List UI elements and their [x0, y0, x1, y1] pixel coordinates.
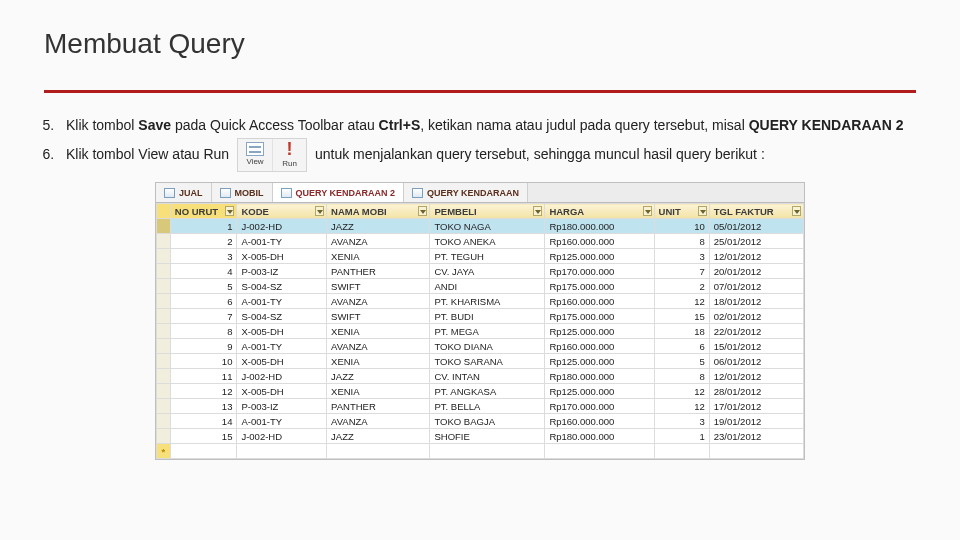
chevron-down-icon[interactable] [315, 206, 324, 216]
table-row[interactable]: 2A-001-TYAVANZATOKO ANEKARp160.000.00082… [157, 234, 804, 249]
cell[interactable]: 15/01/2012 [709, 339, 803, 354]
cell[interactable]: PANTHER [327, 399, 430, 414]
cell[interactable]: TOKO NAGA [430, 219, 545, 234]
table-row[interactable]: 8X-005-DHXENIAPT. MEGARp125.000.0001822/… [157, 324, 804, 339]
cell[interactable]: 1 [170, 219, 237, 234]
chevron-down-icon[interactable] [225, 206, 234, 216]
cell[interactable]: J-002-HD [237, 219, 327, 234]
cell[interactable]: 5 [654, 354, 709, 369]
cell[interactable]: 28/01/2012 [709, 384, 803, 399]
cell[interactable]: S-004-SZ [237, 279, 327, 294]
row-selector[interactable] [157, 399, 171, 414]
cell[interactable]: 12 [170, 384, 237, 399]
column-header[interactable]: UNIT [654, 204, 709, 219]
object-tab[interactable]: MOBIL [212, 183, 273, 202]
cell[interactable]: 7 [654, 264, 709, 279]
cell[interactable] [545, 444, 654, 459]
cell[interactable]: Rp180.000.000 [545, 369, 654, 384]
cell[interactable]: JAZZ [327, 219, 430, 234]
cell[interactable]: Rp175.000.000 [545, 309, 654, 324]
cell[interactable]: AVANZA [327, 339, 430, 354]
cell[interactable]: 19/01/2012 [709, 414, 803, 429]
cell[interactable]: SHOFIE [430, 429, 545, 444]
cell[interactable]: TOKO BAGJA [430, 414, 545, 429]
cell[interactable]: JAZZ [327, 429, 430, 444]
cell[interactable]: Rp125.000.000 [545, 324, 654, 339]
cell[interactable]: P-003-IZ [237, 264, 327, 279]
cell[interactable]: 8 [170, 324, 237, 339]
cell[interactable]: 7 [170, 309, 237, 324]
cell[interactable]: 1 [654, 429, 709, 444]
column-header[interactable]: TGL FAKTUR [709, 204, 803, 219]
row-selector[interactable] [157, 354, 171, 369]
cell[interactable]: TOKO ANEKA [430, 234, 545, 249]
table-row[interactable]: 1J-002-HDJAZZTOKO NAGARp180.000.0001005/… [157, 219, 804, 234]
cell[interactable]: PT. ANGKASA [430, 384, 545, 399]
cell[interactable]: 07/01/2012 [709, 279, 803, 294]
column-header[interactable]: KODE [237, 204, 327, 219]
row-selector[interactable] [157, 369, 171, 384]
chevron-down-icon[interactable] [418, 206, 427, 216]
cell[interactable]: 20/01/2012 [709, 264, 803, 279]
cell[interactable]: PANTHER [327, 264, 430, 279]
cell[interactable]: PT. TEGUH [430, 249, 545, 264]
cell[interactable]: 3 [654, 414, 709, 429]
chevron-down-icon[interactable] [643, 206, 652, 216]
cell[interactable]: X-005-DH [237, 384, 327, 399]
cell[interactable]: 2 [654, 279, 709, 294]
cell[interactable]: PT. BUDI [430, 309, 545, 324]
cell[interactable]: Rp180.000.000 [545, 429, 654, 444]
cell[interactable]: 12 [654, 294, 709, 309]
cell[interactable]: AVANZA [327, 234, 430, 249]
cell[interactable]: Rp160.000.000 [545, 339, 654, 354]
cell[interactable]: 23/01/2012 [709, 429, 803, 444]
cell[interactable]: Rp125.000.000 [545, 384, 654, 399]
chevron-down-icon[interactable] [792, 206, 801, 216]
cell[interactable]: XENIA [327, 354, 430, 369]
table-row[interactable]: 4P-003-IZPANTHERCV. JAYARp170.000.000720… [157, 264, 804, 279]
cell[interactable]: A-001-TY [237, 294, 327, 309]
table-row[interactable]: 14A-001-TYAVANZATOKO BAGJARp160.000.0003… [157, 414, 804, 429]
cell[interactable] [654, 444, 709, 459]
cell[interactable]: 06/01/2012 [709, 354, 803, 369]
cell[interactable]: S-004-SZ [237, 309, 327, 324]
cell[interactable]: TOKO SARANA [430, 354, 545, 369]
cell[interactable]: TOKO DIANA [430, 339, 545, 354]
cell[interactable]: 9 [170, 339, 237, 354]
row-selector[interactable] [157, 294, 171, 309]
table-row[interactable]: 5S-004-SZSWIFTANDIRp175.000.000207/01/20… [157, 279, 804, 294]
row-selector[interactable] [157, 234, 171, 249]
row-selector[interactable] [157, 414, 171, 429]
row-selector[interactable] [157, 429, 171, 444]
cell[interactable]: Rp125.000.000 [545, 354, 654, 369]
new-record-selector[interactable] [157, 444, 171, 459]
cell[interactable]: A-001-TY [237, 339, 327, 354]
cell[interactable]: 18/01/2012 [709, 294, 803, 309]
row-selector[interactable] [157, 219, 171, 234]
chevron-down-icon[interactable] [698, 206, 707, 216]
column-header[interactable]: PEMBELI [430, 204, 545, 219]
cell[interactable]: 10 [654, 219, 709, 234]
cell[interactable]: 8 [654, 234, 709, 249]
column-header[interactable]: HARGA [545, 204, 654, 219]
cell[interactable]: 02/01/2012 [709, 309, 803, 324]
cell[interactable]: CV. JAYA [430, 264, 545, 279]
table-row[interactable]: 15J-002-HDJAZZSHOFIERp180.000.000123/01/… [157, 429, 804, 444]
cell[interactable]: 05/01/2012 [709, 219, 803, 234]
cell[interactable]: PT. MEGA [430, 324, 545, 339]
cell[interactable] [430, 444, 545, 459]
cell[interactable]: 25/01/2012 [709, 234, 803, 249]
cell[interactable]: 12/01/2012 [709, 249, 803, 264]
cell[interactable]: Rp160.000.000 [545, 234, 654, 249]
table-row[interactable]: 12X-005-DHXENIAPT. ANGKASARp125.000.0001… [157, 384, 804, 399]
chevron-down-icon[interactable] [533, 206, 542, 216]
cell[interactable]: 5 [170, 279, 237, 294]
object-tab[interactable]: QUERY KENDARAAN 2 [273, 183, 405, 202]
column-header[interactable]: NO URUT [170, 204, 237, 219]
cell[interactable]: AVANZA [327, 294, 430, 309]
cell[interactable] [237, 444, 327, 459]
cell[interactable]: 18 [654, 324, 709, 339]
table-row[interactable]: 6A-001-TYAVANZAPT. KHARISMARp160.000.000… [157, 294, 804, 309]
cell[interactable]: AVANZA [327, 414, 430, 429]
cell[interactable]: ANDI [430, 279, 545, 294]
